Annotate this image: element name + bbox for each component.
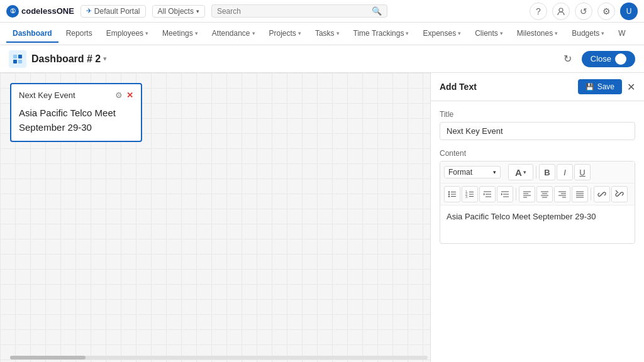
save-button[interactable]: 💾 Save: [578, 79, 622, 94]
ordered-list-button[interactable]: 1.2.3.: [462, 186, 478, 202]
nav-label-clients: Clients: [475, 29, 498, 38]
link-button[interactable]: [594, 186, 610, 202]
nav-item-tasks[interactable]: Tasks ▾: [309, 25, 346, 43]
dashboard-dropdown-arrow[interactable]: ▾: [103, 55, 107, 63]
svg-line-42: [618, 193, 621, 195]
italic-button[interactable]: I: [557, 164, 573, 180]
title-input[interactable]: [440, 122, 635, 140]
nav-item-meetings[interactable]: Meetings ▾: [156, 25, 204, 43]
bold-icon: B: [544, 168, 550, 177]
dashboard-icon: [9, 50, 26, 68]
panel-title: Add Text: [440, 82, 477, 92]
budgets-chevron: ▾: [601, 30, 604, 36]
nav-item-budgets[interactable]: Budgets ▾: [565, 25, 611, 43]
nav-label-time-trackings: Time Trackings: [353, 29, 404, 38]
nav-item-projects[interactable]: Projects ▾: [263, 25, 308, 43]
dashboard-canvas[interactable]: Next Key Event ⚙ ✕ Asia Pacific Telco Me…: [0, 73, 430, 362]
avatar-button[interactable]: U: [620, 3, 638, 20]
content-form-group: Content Format ▾ A ▾: [440, 149, 635, 244]
user-icon-button[interactable]: [552, 3, 570, 20]
toolbar-divider-3: [591, 188, 591, 200]
unordered-list-button[interactable]: [444, 186, 460, 202]
dashboard-header-right: ↻ Close: [559, 50, 635, 68]
widget-header: Next Key Event ⚙ ✕: [19, 90, 133, 100]
italic-icon: I: [564, 168, 566, 177]
format-select[interactable]: Format ▾: [444, 166, 501, 178]
right-panel: Add Text 💾 Save ✕ Title Content: [430, 73, 644, 362]
unlink-button[interactable]: [611, 186, 628, 202]
close-button[interactable]: Close: [582, 51, 635, 67]
nav-label-expenses: Expenses: [423, 29, 456, 38]
align-left-button[interactable]: [519, 186, 535, 202]
canvas-scrollbar[interactable]: [10, 356, 428, 359]
close-toggle: [615, 53, 626, 65]
svg-point-9: [448, 195, 450, 197]
nav-item-dashboard[interactable]: Dashboard: [6, 25, 58, 43]
font-size-label: A: [515, 167, 522, 178]
svg-rect-4: [18, 60, 22, 63]
content-label: Content: [440, 149, 635, 158]
widget-close-icon[interactable]: ✕: [126, 90, 133, 100]
widget-settings-icon[interactable]: ⚙: [115, 90, 123, 100]
editor-content[interactable]: Asia Pacific Telco Meet September 29-30: [440, 206, 635, 243]
top-bar: ① codelessONE ✈ Default Portal All Objec…: [0, 0, 644, 23]
nav-item-clients[interactable]: Clients ▾: [469, 25, 509, 43]
toolbar-divider-2: [516, 188, 516, 200]
align-right-button[interactable]: [554, 186, 570, 202]
employees-chevron: ▾: [145, 30, 148, 36]
nav-item-milestones[interactable]: Milestones ▾: [511, 25, 564, 43]
help-icon-button[interactable]: ?: [530, 3, 547, 20]
toolbar-row-2: 1.2.3.: [440, 184, 635, 206]
toolbar-divider-1: [536, 166, 536, 178]
nav-item-w[interactable]: W: [612, 25, 631, 43]
top-bar-right: ? ↺ ⚙ U: [530, 3, 638, 20]
tasks-chevron: ▾: [336, 30, 340, 36]
widget-card: Next Key Event ⚙ ✕ Asia Pacific Telco Me…: [10, 83, 142, 142]
attendance-chevron: ▾: [252, 30, 255, 36]
history-icon-button[interactable]: ↺: [575, 3, 592, 20]
font-size-arrow: ▾: [523, 169, 526, 175]
portal-button[interactable]: ✈ Default Portal: [80, 5, 146, 18]
projects-chevron: ▾: [298, 30, 301, 36]
panel-header: Add Text 💾 Save ✕: [431, 73, 644, 101]
widget-content-line2: September 29-30: [19, 121, 133, 135]
panel-body: Title Content Format ▾ A ▾: [431, 101, 644, 362]
refresh-button[interactable]: ↻: [559, 50, 577, 68]
align-justify-button[interactable]: [572, 186, 588, 202]
nav-label-reports: Reports: [66, 29, 92, 38]
underline-icon: U: [579, 168, 585, 177]
nav-label-tasks: Tasks: [315, 29, 335, 38]
search-input[interactable]: [217, 7, 372, 16]
nav-item-employees[interactable]: Employees ▾: [100, 25, 155, 43]
nav-label-attendance: Attendance: [212, 29, 250, 38]
title-label: Title: [440, 110, 635, 119]
search-bar: 🔍: [211, 4, 387, 18]
indent-button[interactable]: [497, 186, 513, 202]
svg-rect-1: [13, 55, 17, 58]
nav-item-attendance[interactable]: Attendance ▾: [206, 25, 262, 43]
nav-item-expenses[interactable]: Expenses ▾: [416, 25, 467, 43]
outdent-button[interactable]: [479, 186, 496, 202]
svg-marker-20: [484, 193, 485, 195]
logo: ① codelessONE: [6, 5, 74, 18]
all-objects-button[interactable]: All Objects ▾: [152, 5, 205, 18]
font-size-select[interactable]: A ▾: [508, 164, 533, 180]
settings-icon-button[interactable]: ⚙: [597, 3, 615, 20]
panel-close-button[interactable]: ✕: [627, 81, 635, 93]
align-center-button[interactable]: [536, 186, 553, 202]
format-chevron: ▾: [493, 169, 496, 175]
svg-rect-2: [18, 55, 22, 58]
nav-label-employees: Employees: [106, 29, 143, 38]
bold-button[interactable]: B: [539, 164, 555, 180]
nav-bar: Dashboard Reports Employees ▾ Meetings ▾…: [0, 23, 644, 45]
underline-button[interactable]: U: [574, 164, 591, 180]
svg-point-5: [448, 191, 450, 192]
canvas-scrollbar-thumb: [10, 356, 86, 359]
main-layout: Next Key Event ⚙ ✕ Asia Pacific Telco Me…: [0, 73, 644, 362]
editor-text: Asia Pacific Telco Meet September 29-30: [447, 212, 596, 221]
nav-item-reports[interactable]: Reports: [60, 25, 99, 43]
panel-actions: 💾 Save ✕: [578, 79, 635, 94]
nav-label-w: W: [618, 29, 625, 38]
widget-content-line1: Asia Pacific Telco Meet: [19, 106, 133, 121]
nav-item-time-trackings[interactable]: Time Trackings ▾: [347, 25, 416, 43]
